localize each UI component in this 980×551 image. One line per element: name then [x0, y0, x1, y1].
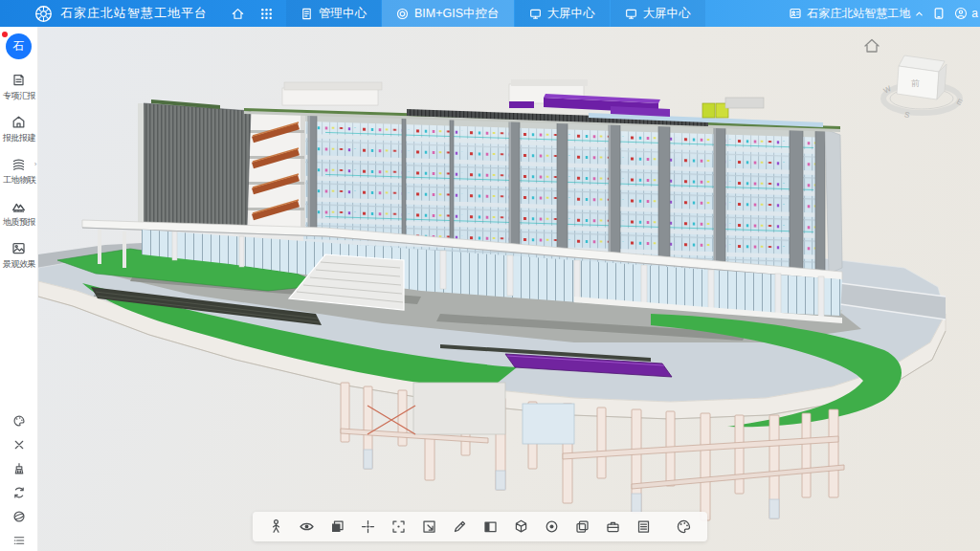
tab-bigscreen-center-2[interactable]: 大屏中心	[611, 0, 705, 27]
platform-logo-icon	[34, 5, 53, 23]
bim-viewport[interactable]: W S E 前	[38, 27, 980, 551]
sidebar-item-special-report[interactable]: 专项汇报	[0, 73, 38, 102]
toolbox-icon[interactable]	[605, 518, 621, 535]
duplicate-icon[interactable]	[574, 518, 590, 535]
close-icon[interactable]	[12, 438, 26, 452]
iot-icon	[11, 157, 26, 171]
roam-icon[interactable]	[268, 518, 284, 535]
globe-icon[interactable]	[12, 510, 26, 523]
svg-text:S: S	[903, 110, 910, 120]
org-name: 石家庄北站智慧工地	[807, 6, 910, 22]
screen-icon	[625, 8, 637, 20]
screen-icon	[529, 8, 542, 20]
louver-block	[138, 99, 251, 228]
box-zoom-icon[interactable]	[421, 518, 437, 535]
nav-cube-front-label: 前	[911, 78, 920, 88]
tab-management-center[interactable]: 管理中心	[286, 0, 381, 27]
sidebar-item-approval[interactable]: 报批报建	[0, 115, 38, 144]
model-tools-toolbar	[253, 512, 707, 541]
apps-grid-icon[interactable]	[252, 0, 280, 27]
home-icon[interactable]	[223, 0, 252, 27]
clean-icon[interactable]	[12, 462, 26, 475]
chevron-up-icon	[915, 10, 924, 18]
landscape-icon	[11, 241, 26, 255]
geology-icon	[11, 199, 26, 213]
user-circle-icon	[954, 7, 968, 20]
list-icon[interactable]	[12, 534, 26, 547]
doc-icon	[301, 8, 313, 20]
main-nav-tabs: 管理中心 BIM+GIS中控台 大屏中心 大屏中心	[286, 0, 705, 27]
sidebar-item-site-iot[interactable]: 工地物联 ›	[0, 157, 38, 187]
tablet-icon[interactable]	[932, 7, 946, 20]
measure-icon[interactable]	[452, 518, 468, 535]
org-switcher[interactable]: 石家庄北站智慧工地	[789, 6, 924, 22]
sheet-icon[interactable]	[635, 518, 652, 535]
user-menu[interactable]: a	[954, 7, 978, 20]
nav-cube[interactable]: 前	[897, 55, 947, 99]
reset-view-home-icon[interactable]	[865, 40, 879, 53]
user-name: a	[971, 7, 978, 20]
model-icon[interactable]	[513, 518, 529, 535]
app-title: 石家庄北站智慧工地平台	[60, 5, 208, 22]
left-sidebar: 石 专项汇报 报批报建 工地物联 › 地质预报 景观效果	[0, 27, 38, 551]
notification-dot	[2, 32, 8, 37]
report-icon	[11, 73, 26, 87]
sidebar-item-landscape-effect[interactable]: 景观效果	[0, 241, 38, 271]
submenu-arrow-icon: ›	[34, 160, 37, 168]
top-navigation-bar: 石家庄北站智慧工地平台 管理中心 BIM+GIS中控台 大屏中心 大屏中心	[0, 0, 980, 27]
project-avatar[interactable]: 石	[6, 33, 32, 59]
refresh-icon[interactable]	[12, 486, 26, 499]
visibility-icon[interactable]	[299, 518, 315, 535]
layers-icon[interactable]	[329, 518, 345, 535]
approval-icon	[11, 115, 26, 129]
tab-bim-gis-console[interactable]: BIM+GIS中控台	[382, 0, 514, 27]
bim-icon	[396, 8, 409, 20]
id-badge-icon	[789, 7, 802, 20]
focus-icon[interactable]	[360, 518, 376, 535]
tab-bigscreen-center-1[interactable]: 大屏中心	[515, 0, 610, 27]
locate-icon[interactable]	[544, 518, 560, 535]
bim-model-scene: W S E 前	[38, 27, 980, 551]
sidebar-item-geology-forecast[interactable]: 地质预报	[0, 199, 38, 229]
palette-icon[interactable]	[676, 518, 692, 535]
section-icon[interactable]	[482, 518, 499, 535]
palette-icon[interactable]	[12, 414, 26, 428]
stair-bay	[243, 109, 305, 230]
select-box-icon[interactable]	[390, 518, 407, 535]
